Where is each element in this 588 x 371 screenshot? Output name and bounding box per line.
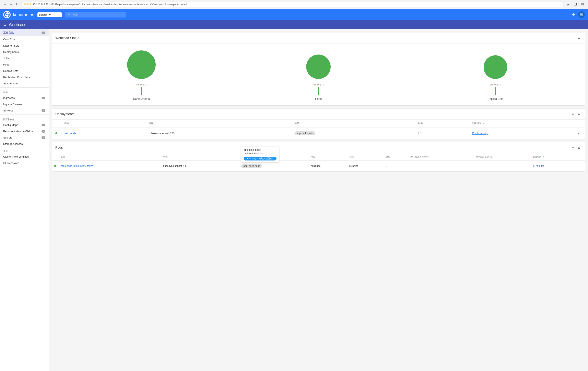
back-button[interactable]: ← [2,2,7,7]
pods-col-actions [575,153,585,161]
deployment-image-cell: kubeovn/agnhost:2.43 [145,127,291,139]
deployment-tag-cell: app: hello-node [291,127,414,139]
pods-col-memory: 内存使用 (bytes) [473,153,530,161]
sidebar-item-cluster-roles[interactable]: Cluster Roles [0,160,49,166]
deployment-more-cell: ⋮ [573,127,585,139]
tooltip-info-button[interactable]: ℹ CSDN @竹蜻蜓文版已启动 [244,157,276,161]
deployment-status-dot [55,132,57,134]
main-layout: 工作负载 N Cron Jobs Daemon Sets Deployments… [0,29,588,371]
sidebar-item-replica-sets[interactable]: Replica Sets [0,68,49,74]
pvc-badge: N [42,130,45,133]
services-badge: N [42,109,45,112]
ingresses-label: Ingresses [3,96,39,100]
pod-status-dot [54,165,56,167]
search-icon: 🔍 [68,13,71,16]
pods-chart-title: Pods [315,97,322,101]
user-avatar[interactable]: 镯 [578,11,585,18]
deployment-status-cell [52,127,61,139]
deployments-filter-button[interactable]: ≡ [571,111,575,117]
sidebar-item-daemon-sets[interactable]: Daemon Sets [0,42,49,49]
address-bar[interactable]: 不安全 172.26.242.222:33247/api/v1/namespac… [21,2,563,7]
hamburger-menu-button[interactable]: ≡ [3,22,7,28]
refresh-button[interactable]: ↻ [15,2,20,7]
pods-chart: Running: 1 Pods [298,52,339,101]
add-resource-button[interactable]: + [572,12,575,18]
deployment-time-link[interactable]: 45 minutes ago [472,132,488,135]
services-label: Services [3,109,39,112]
deployment-name-cell: hello-node [61,127,145,139]
star-button[interactable]: ★ [565,2,571,7]
pod-more-button[interactable]: ⋮ [577,163,583,169]
workload-status-header: Workload Status ▲ [52,32,585,43]
deployments-collapse-button[interactable]: ▲ [576,111,581,117]
sidebar-item-cron-jobs[interactable]: Cron Jobs [0,36,49,42]
sidebar-cluster-header: 集群 [0,149,49,154]
sidebar-item-ingress-classes[interactable]: Ingress Classes [0,101,49,107]
extensions-button[interactable]: ❐ [573,2,578,7]
pod-more-cell: ⋮ [575,161,585,171]
nav-bar: ≡ Workloads [0,20,588,29]
replication-controllers-label: Replication Controllers [3,76,30,79]
pod-name-link[interactable]: hello-node-69f6d854d6-hgswv [61,165,93,167]
pods-sort-icon: ↑ [543,155,544,158]
deployment-name-link[interactable]: hello-node [64,132,76,135]
sidebar-item-services[interactable]: Services N [0,107,49,114]
deployment-more-button[interactable]: ⋮ [576,130,581,136]
profile-button[interactable]: 镯 [580,2,586,7]
pod-image-cell: kubeovn/agnhost:2.43 [161,161,239,171]
pods-label: Pods [3,63,9,66]
sidebar-item-cluster-role-bindings[interactable]: Cluster Role Bindings [0,154,49,160]
deployments-col-time[interactable]: 创建时间 ↑ [468,120,573,127]
pods-collapse-button[interactable]: ▲ [576,144,581,151]
deployments-col-name[interactable]: 名称 [61,120,145,127]
pods-filter-button[interactable]: ≡ [571,144,575,151]
security-warning: 不安全 [24,3,32,6]
sidebar-item-jobs[interactable]: Jobs [0,55,49,62]
deployments-running-label: Running: 1 [136,83,147,86]
sidebar: 工作负载 N Cron Jobs Daemon Sets Deployments… [0,29,49,371]
deployments-col-status [52,120,61,127]
deployments-chart-label: Running: 1 [136,83,147,95]
pod-name-cell: hello-node-69f6d854d6-hgswv [59,161,161,171]
app-header-left: kubernetes [3,11,34,18]
url-text: 172.26.242.222:33247/api/v1/namespaces/k… [33,3,187,6]
pods-running-label: Running: 1 [313,83,324,86]
pods-col-cpu: CPU 使用率 (cores) [408,153,473,161]
search-input[interactable] [73,13,124,16]
ingress-classes-label: Ingress Classes [3,103,22,106]
sidebar-config-header: 配置和存储 [0,115,49,122]
pod-cpu-cell: - [408,161,473,171]
sidebar-item-pvc[interactable]: Persistent Volume Claims N [0,128,49,134]
namespace-selector[interactable]: default ▼ [37,12,62,17]
pod-node-cell: minikube [309,161,347,171]
sidebar-item-replication-controllers[interactable]: Replication Controllers [0,74,49,80]
forward-button[interactable]: → [9,2,13,7]
sidebar-item-pods[interactable]: Pods [0,62,49,68]
divider-cluster [0,148,49,148]
pods-col-time[interactable]: 创建时间 ↑ [530,153,575,161]
sidebar-item-workloads[interactable]: 工作负载 N [0,29,49,36]
deployments-header-actions: ≡ ▲ [571,111,581,117]
deployments-card-title: Deployments [55,112,74,116]
deployments-col-image: 镜像 [145,120,291,127]
config-maps-badge: N [42,124,45,126]
sidebar-item-storage-classes[interactable]: Storage Classes [0,141,49,147]
sidebar-item-stateful-sets[interactable]: Stateful Sets [0,80,49,87]
pods-col-name: 名称 [59,153,161,161]
replica-sets-chart-title: Replica Sets [487,97,504,101]
cluster-roles-label: Cluster Roles [3,162,19,165]
pods-donut-chart [304,52,333,81]
pod-time-link[interactable]: 45 minutes [533,165,545,167]
workload-status-collapse-button[interactable]: ▲ [576,35,581,41]
search-bar[interactable]: 🔍 [65,12,126,18]
sidebar-item-secrets[interactable]: Secrets N [0,134,49,141]
sidebar-item-config-maps[interactable]: Config Maps N [0,122,49,128]
ingresses-badge: N [42,97,45,99]
sidebar-item-ingresses[interactable]: Ingresses N [0,95,49,101]
pod-time-cell: 45 minutes [530,161,575,171]
replica-sets-running-label: Running: 1 [490,83,501,86]
sidebar-item-deployments[interactable]: Deployments [0,49,49,55]
jobs-label: Jobs [3,57,9,60]
pods-header-actions: ≡ ▲ [571,144,581,151]
deployments-col-actions [573,120,585,127]
